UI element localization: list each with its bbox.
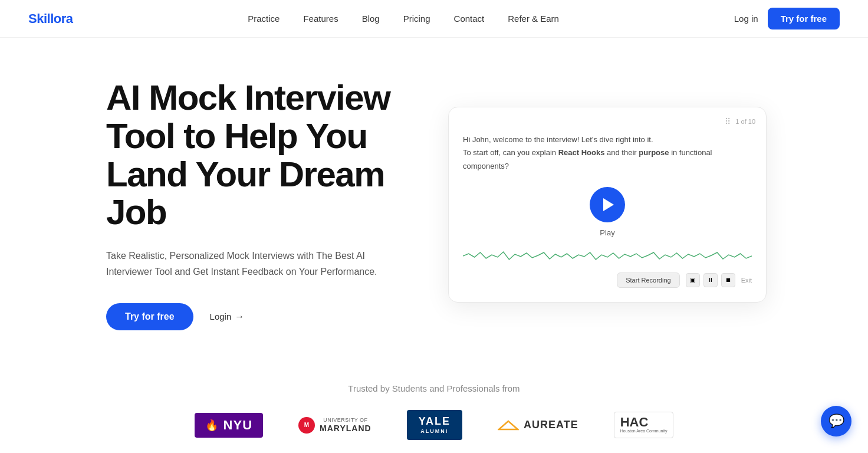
nyu-label: NYU [223, 418, 252, 433]
question-start: To start off, can you explain [463, 148, 558, 157]
nav-actions: Log in Try for free [734, 8, 840, 29]
hero-subtitle: Take Realistic, Personalized Mock Interv… [106, 248, 377, 280]
aureate-logo-icon [498, 420, 519, 431]
hero-login-label: Login [210, 311, 232, 321]
nav-blog[interactable]: Blog [362, 14, 380, 24]
exit-button[interactable]: Exit [741, 277, 752, 284]
hac-acronym: HAC [620, 416, 649, 429]
logos-row: 🔥 NYU M University of MARYLAND YALE Alum… [28, 410, 840, 440]
nyu-torch-icon: 🔥 [205, 419, 219, 432]
hero-left: AI Mock Interview Tool to Help You Land … [106, 79, 413, 330]
logo-aureate: AUREATE [498, 419, 578, 431]
hac-subtitle: Houston Area Community [620, 429, 668, 434]
arrow-icon: → [235, 311, 244, 322]
hero-title: AI Mock Interview Tool to Help You Land … [106, 79, 413, 232]
waveform [463, 249, 752, 263]
nav-pricing[interactable]: Pricing [403, 14, 430, 24]
trusted-section: Trusted by Students and Professionals fr… [0, 366, 868, 453]
logo-nyu: 🔥 NYU [195, 413, 263, 438]
mock-interview-widget: 1 of 10 ⠿ Hi John, welcome to the interv… [448, 107, 767, 302]
ctrl-btn-2[interactable]: ⏸ [703, 273, 718, 287]
aureate-label: AUREATE [524, 419, 578, 431]
hero-actions: Try for free Login → [106, 303, 413, 330]
play-label: Play [600, 228, 614, 237]
hero-right: 1 of 10 ⠿ Hi John, welcome to the interv… [448, 107, 767, 302]
brand-logo[interactable]: Skillora [28, 11, 73, 27]
chat-icon: 💬 [828, 413, 844, 429]
widget-play-area: Play [463, 187, 752, 237]
widget-counter: 1 of 10 [735, 118, 755, 125]
logo-umd: M University of MARYLAND [298, 417, 371, 434]
logo-hac: HAC Houston Area Community [614, 412, 674, 438]
widget-bottom-bar: Start Recording ▣ ⏸ ⏹ Exit [463, 273, 752, 288]
hero-section: AI Mock Interview Tool to Help You Land … [0, 38, 868, 366]
nav-login-button[interactable]: Log in [734, 14, 758, 24]
start-recording-button[interactable]: Start Recording [617, 273, 679, 288]
widget-question: Hi John, welcome to the interview! Let's… [463, 133, 752, 172]
nav-features[interactable]: Features [303, 14, 338, 24]
nav-refer[interactable]: Refer & Earn [508, 14, 559, 24]
question-intro: Hi John, welcome to the interview! Let's… [463, 135, 653, 144]
yale-top: YALE [419, 415, 451, 428]
hero-try-free-button[interactable]: Try for free [106, 303, 193, 330]
navbar: Skillora Practice Features Blog Pricing … [0, 0, 868, 38]
play-button[interactable] [590, 187, 625, 222]
umd-line1: University of [320, 417, 371, 424]
logo-yale: YALE Alumni [407, 410, 462, 440]
expand-icon[interactable]: ⠿ [725, 117, 731, 126]
trusted-title: Trusted by Students and Professionals fr… [28, 383, 840, 393]
nav-try-free-button[interactable]: Try for free [768, 8, 840, 29]
ctrl-btn-1[interactable]: ▣ [686, 273, 700, 287]
ctrl-btn-3[interactable]: ⏹ [721, 273, 735, 287]
recording-controls: ▣ ⏸ ⏹ [686, 273, 735, 287]
umd-seal: M [298, 417, 315, 434]
hero-login-link[interactable]: Login → [210, 311, 245, 322]
chat-widget[interactable]: 💬 [821, 406, 851, 436]
yale-bottom: Alumni [420, 428, 448, 435]
question-bold2: purpose [639, 148, 669, 157]
nav-practice[interactable]: Practice [248, 14, 280, 24]
question-mid: and their [604, 148, 639, 157]
nav-links: Practice Features Blog Pricing Contact R… [248, 14, 559, 24]
nav-contact[interactable]: Contact [454, 14, 485, 24]
umd-line2: MARYLAND [320, 424, 371, 434]
question-bold1: React Hooks [558, 148, 605, 157]
svg-marker-0 [499, 421, 518, 429]
